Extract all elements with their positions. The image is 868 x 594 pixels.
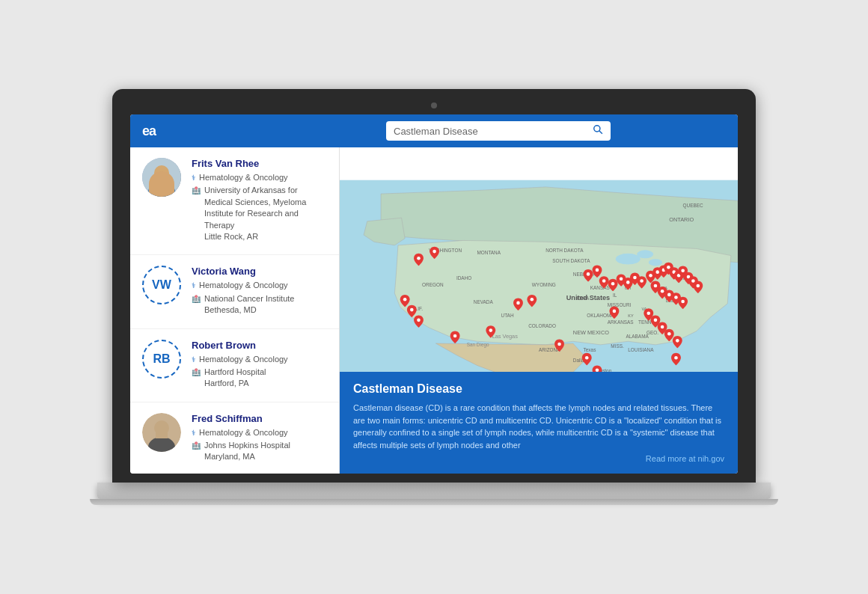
svg-text:MONTANA: MONTANA [477,250,501,255]
svg-point-16 [637,250,653,258]
doctor-institution-fred: 🏥 Johns Hopkins Hospital Maryland, MA [192,440,327,463]
doctor-specialty-fred: ⚕ Hematology & Oncology [192,427,327,438]
svg-point-74 [640,279,644,283]
doctor-info-frits: Frits Van Rhee ⚕ Hematology & Oncology 🏥… [192,158,327,244]
svg-point-73 [633,276,637,280]
map-area: ONTARIO QUEBEC WASHINGTON MONTANA NORTH … [340,147,738,474]
laptop-base [97,483,771,499]
svg-text:LOUISIANA: LOUISIANA [628,347,654,352]
svg-text:QUEBEC: QUEBEC [683,203,703,209]
svg-text:San Diego: San Diego [467,342,489,348]
doctor-card-robert[interactable]: RB Robert Brown ⚕ Hematology & Oncology … [130,329,339,402]
doctor-card-frits[interactable]: Frits Van Rhee ⚕ Hematology & Oncology 🏥… [130,147,339,255]
doctor-info-victoria: Victoria Wang ⚕ Hematology & Oncology 🏥 … [192,266,327,317]
svg-text:WYOMING: WYOMING [532,282,556,287]
svg-line-1 [599,131,602,134]
doctor-card-fred[interactable]: Fred Schiffman ⚕ Hematology & Oncology 🏥… [130,402,339,474]
svg-point-59 [433,250,436,254]
info-panel-description: Castleman disease (CD) is a rare conditi… [353,402,724,451]
laptop-foot [90,499,778,505]
svg-point-65 [531,298,534,301]
svg-point-88 [674,296,678,299]
laptop-wrapper: ea [97,89,771,505]
svg-point-86 [661,290,664,293]
svg-text:Las Vegas: Las Vegas [492,333,519,340]
hospital-icon-f: 🏥 [192,441,201,451]
svg-point-60 [417,257,421,260]
svg-text:KY: KY [628,313,634,318]
laptop-screen: ea [130,114,738,474]
app-logo: ea [142,123,156,139]
svg-point-96 [596,269,599,272]
svg-point-66 [557,343,561,346]
svg-point-2 [142,158,181,197]
svg-point-78 [667,266,670,269]
doctor-institution-robert: 🏥 Hartford Hospital Hartford, PA [192,367,327,390]
svg-point-17 [649,259,662,266]
avatar-victoria: VW [142,266,181,304]
svg-text:UTAH: UTAH [501,313,514,318]
svg-point-90 [647,311,650,315]
svg-text:ONTARIO: ONTARIO [669,216,694,223]
svg-point-62 [410,308,414,312]
doctor-specialty-robert: ⚕ Hematology & Oncology [192,354,327,365]
search-input[interactable] [394,126,587,137]
svg-point-99 [453,334,457,338]
read-more-link[interactable]: Read more at nih.gov [353,454,724,463]
svg-text:NEVADA: NEVADA [474,299,494,304]
sidebar: Frits Van Rhee ⚕ Hematology & Oncology 🏥… [130,147,340,474]
doctor-info-fred: Fred Schiffman ⚕ Hematology & Oncology 🏥… [192,413,327,465]
svg-point-70 [611,282,615,286]
laptop-bezel: ea [112,89,756,483]
svg-text:Texas: Texas [584,347,596,352]
search-button[interactable] [593,124,603,138]
svg-point-98 [613,310,617,313]
specialty-icon: ⚕ [192,173,195,183]
svg-point-84 [697,284,700,288]
avatar-fred [142,413,181,452]
info-panel: Castleman Disease Castleman disease (CD)… [340,372,738,474]
avatar-robert: RB [142,340,181,379]
svg-point-97 [587,272,590,276]
svg-point-81 [681,269,685,273]
svg-point-71 [620,278,623,281]
svg-point-85 [654,284,658,288]
svg-point-4 [148,182,175,197]
svg-text:NEW MEXICO: NEW MEXICO [573,329,609,336]
search-bar [386,121,611,141]
svg-text:ARKANSAS: ARKANSAS [608,319,634,325]
svg-text:COLORADO: COLORADO [528,323,556,328]
svg-text:GEO.: GEO. [647,330,658,335]
svg-point-76 [655,270,659,274]
svg-point-72 [626,281,630,284]
doctor-name-frits: Frits Van Rhee [192,158,327,169]
specialty-icon-f: ⚕ [192,428,195,438]
svg-text:NORTH DAKOTA: NORTH DAKOTA [545,248,584,253]
doctor-name-robert: Robert Brown [192,340,327,351]
svg-point-15 [616,254,641,265]
svg-text:MISSOURI: MISSOURI [608,302,632,307]
svg-text:ALABAMA: ALABAMA [626,334,649,339]
svg-point-61 [403,298,407,301]
avatar-frits [142,158,181,197]
svg-point-63 [417,319,421,322]
svg-point-92 [661,325,664,329]
hospital-icon: 🏥 [192,186,201,196]
doctor-card-victoria[interactable]: VW Victoria Wang ⚕ Hematology & Oncology… [130,255,339,328]
svg-text:OREGON: OREGON [422,282,444,287]
specialty-icon-r: ⚕ [192,355,195,365]
doctor-institution-victoria: 🏥 National Cancer Institute Bethesda, MD [192,293,327,316]
svg-point-69 [602,279,606,283]
doctor-name-victoria: Victoria Wang [192,266,327,277]
svg-text:IL: IL [613,293,617,298]
hospital-icon-r: 🏥 [192,367,201,378]
svg-point-67 [585,356,589,360]
svg-rect-9 [156,432,168,438]
svg-point-75 [649,274,652,278]
svg-text:TENN: TENN [638,319,652,325]
doctor-specialty-frits: ⚕ Hematology & Oncology [192,172,327,183]
hospital-icon-v: 🏥 [192,294,201,304]
doctor-info-robert: Robert Brown ⚕ Hematology & Oncology 🏥 H… [192,340,327,391]
svg-text:MISS.: MISS. [611,343,624,349]
svg-point-93 [667,332,671,336]
